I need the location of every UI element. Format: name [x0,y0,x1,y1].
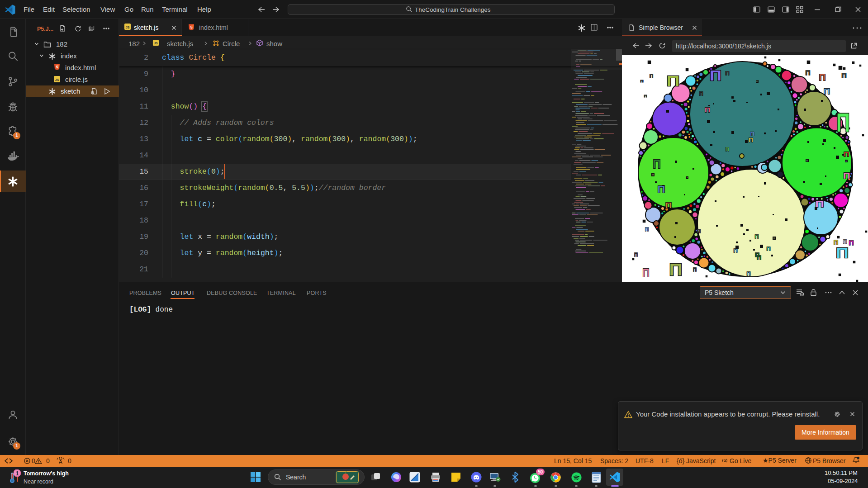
svg-text:Π: Π [836,108,850,137]
svg-text:Π: Π [806,69,811,76]
svg-text:Π: Π [844,150,849,158]
svg-text:Π: Π [726,71,730,76]
svg-text:Π: Π [824,87,830,96]
svg-text:Π: Π [644,94,647,98]
svg-text:Π: Π [643,266,650,280]
svg-text:Π: Π [844,171,850,180]
svg-text:Π: Π [749,137,753,143]
svg-text:Π: Π [658,184,665,195]
svg-text:Π: Π [640,79,644,83]
svg-text:Π: Π [836,245,849,261]
svg-text:Π: Π [726,147,729,152]
svg-text:Π: Π [842,72,847,79]
svg-text:Π: Π [734,248,738,253]
svg-text:Π: Π [750,131,754,137]
svg-text:Π: Π [650,74,653,79]
svg-text:JS: JS [55,78,59,82]
svg-text:Π: Π [849,239,854,246]
svg-text:Π: Π [705,106,710,114]
svg-text:Π: Π [710,68,721,84]
svg-text:Π: Π [634,252,638,257]
svg-text:Π: Π [669,261,683,279]
svg-text:Π: Π [819,72,826,82]
svg-text:Π: Π [653,157,661,171]
svg-text:5: 5 [56,65,58,69]
svg-text:Π: Π [755,252,759,258]
svg-text:Π: Π [816,199,824,209]
svg-text:Π: Π [667,73,680,89]
svg-text:Π: Π [747,271,751,276]
svg-text:Π: Π [755,234,759,239]
svg-text:Π: Π [834,239,838,246]
svg-text:Π: Π [767,246,771,251]
svg-text:Π: Π [697,228,701,234]
svg-text:Π: Π [645,227,649,232]
svg-text:Π: Π [693,267,697,272]
svg-text:Π: Π [665,201,672,210]
svg-text:Π: Π [699,91,703,96]
svg-text:1: 1 [16,470,19,477]
svg-text:Π: Π [843,239,847,244]
